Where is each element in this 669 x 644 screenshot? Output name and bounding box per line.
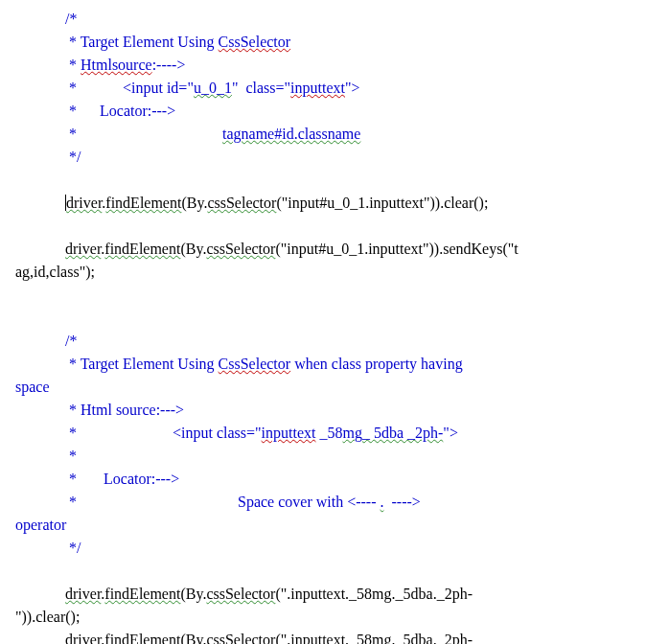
text: findElement — [104, 586, 180, 602]
text: driver — [66, 195, 102, 211]
text: (".inputtext._58mg._5dba._2ph- — [275, 632, 473, 644]
text — [15, 632, 65, 644]
text: "> — [443, 425, 458, 441]
blank-line — [15, 215, 654, 238]
text: (By. — [180, 586, 206, 602]
comment-line: * Target Element Using CssSelector — [15, 31, 654, 54]
comment-line: * <input id="u_0_1" class="inputtext"> — [15, 77, 654, 100]
text: :----> — [152, 57, 186, 73]
text: ----> — [384, 494, 421, 510]
text: * <input class=" — [15, 425, 262, 441]
code-line: driver.findElement(By.cssSelector(".inpu… — [15, 583, 654, 606]
text — [15, 586, 65, 602]
comment-line: * <input class="inputtext _58mg_ 5dba _2… — [15, 422, 654, 445]
code-line: ag,id,class"); — [15, 261, 654, 284]
blank-line — [15, 169, 654, 192]
text: when class property having — [290, 356, 463, 372]
text: driver — [65, 586, 101, 602]
text: "> — [345, 80, 360, 96]
text — [15, 241, 65, 257]
text: (By. — [181, 195, 207, 211]
text: inputtext — [290, 80, 345, 96]
text: _58 — [315, 425, 342, 441]
comment-line: * Locator:---> — [15, 100, 654, 123]
text: * Space cover with <---- — [15, 494, 381, 510]
comment-line: space — [15, 376, 654, 399]
text: tagname#id.classname — [222, 126, 360, 142]
text: findElement — [105, 195, 181, 211]
text: * — [15, 57, 81, 73]
text: ("input#u_0_1.inputtext")).sendKeys("t — [275, 241, 518, 257]
blank-line — [15, 560, 654, 583]
text: cssSelector — [206, 586, 275, 602]
text: cssSelector — [206, 632, 275, 644]
text: mg — [342, 425, 361, 441]
text: * Target Element Using — [15, 34, 219, 50]
comment-line: * Locator:---> — [15, 468, 654, 491]
text: CssSelector — [219, 356, 291, 372]
text: findElement — [104, 241, 180, 257]
text: findElement — [104, 632, 180, 644]
comment-line: * Htmlsource:----> — [15, 54, 654, 77]
code-line: driver.findElement(By.cssSelector("input… — [15, 238, 654, 261]
text: cssSelector — [207, 195, 276, 211]
text: CssSelector — [219, 34, 291, 50]
code-line: ")).clear(); — [15, 606, 654, 629]
text: Htmlsource — [81, 57, 152, 73]
blank-line — [15, 284, 654, 307]
text: (By. — [180, 241, 206, 257]
comment-line: /* — [15, 8, 654, 31]
comment-line: */ — [15, 146, 654, 169]
text: " class=" — [232, 80, 290, 96]
text: _ 5dba _2ph- — [362, 425, 443, 441]
code-line: driver.findElement(By.cssSelector(".inpu… — [15, 629, 654, 644]
comment-line: */ — [15, 537, 654, 560]
text: * <input id=" — [15, 80, 194, 96]
blank-line — [15, 307, 654, 330]
code-line: driver.findElement(By.cssSelector("input… — [15, 192, 654, 215]
comment-line: * — [15, 445, 654, 468]
text: (".inputtext._58mg._5dba._2ph- — [275, 586, 473, 602]
comment-line: operator — [15, 514, 654, 537]
text: * Target Element Using — [15, 356, 219, 372]
comment-line: /* — [15, 330, 654, 353]
text: driver — [65, 241, 101, 257]
comment-line: * tagname#id.classname — [15, 123, 654, 146]
text: * — [15, 126, 222, 142]
text: ("input#u_0_1.inputtext")).clear(); — [276, 195, 488, 211]
text: inputtext — [262, 425, 316, 441]
text: cssSelector — [206, 241, 275, 257]
comment-line: * Space cover with <---- . ----> — [15, 491, 654, 514]
text — [15, 195, 65, 211]
text: driver — [65, 632, 101, 644]
text: (By. — [180, 632, 206, 644]
comment-line: * Html source:---> — [15, 399, 654, 422]
comment-line: * Target Element Using CssSelector when … — [15, 353, 654, 376]
text: u_0_1 — [194, 80, 232, 96]
